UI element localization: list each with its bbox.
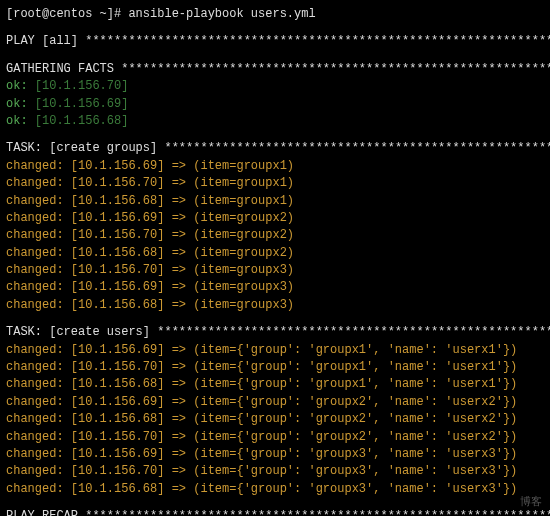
task1-line: changed: [10.1.156.68] => (item=groupx1)	[6, 193, 544, 210]
task2-line: changed: [10.1.156.70] => (item={'group'…	[6, 359, 544, 376]
task1-line: changed: [10.1.156.69] => (item=groupx1)	[6, 158, 544, 175]
task1-line: changed: [10.1.156.68] => (item=groupx3)	[6, 297, 544, 314]
task1-line: changed: [10.1.156.69] => (item=groupx3)	[6, 279, 544, 296]
facts-line: ok: [10.1.156.69]	[6, 96, 544, 113]
facts-line: ok: [10.1.156.68]	[6, 113, 544, 130]
task2-line: changed: [10.1.156.69] => (item={'group'…	[6, 394, 544, 411]
task1-line: changed: [10.1.156.69] => (item=groupx2)	[6, 210, 544, 227]
task2-header: TASK: [create users] *******************…	[6, 324, 544, 341]
task1-line: changed: [10.1.156.70] => (item=groupx2)	[6, 227, 544, 244]
task1-line: changed: [10.1.156.68] => (item=groupx2)	[6, 245, 544, 262]
command-text: ansible-playbook users.yml	[128, 7, 315, 21]
task2-line: changed: [10.1.156.68] => (item={'group'…	[6, 376, 544, 393]
play-header: PLAY [all] *****************************…	[6, 33, 544, 50]
facts-header: GATHERING FACTS ************************…	[6, 61, 544, 78]
task2-block: changed: [10.1.156.69] => (item={'group'…	[6, 342, 544, 499]
task2-line: changed: [10.1.156.68] => (item={'group'…	[6, 411, 544, 428]
task2-line: changed: [10.1.156.68] => (item={'group'…	[6, 481, 544, 498]
task1-line: changed: [10.1.156.70] => (item=groupx1)	[6, 175, 544, 192]
facts-block: ok: [10.1.156.70]ok: [10.1.156.69]ok: [1…	[6, 78, 544, 130]
task2-line: changed: [10.1.156.70] => (item={'group'…	[6, 463, 544, 480]
task1-header: TASK: [create groups] ******************…	[6, 140, 544, 157]
task1-line: changed: [10.1.156.70] => (item=groupx3)	[6, 262, 544, 279]
shell-prompt: [root@centos ~]#	[6, 7, 128, 21]
recap-header: PLAY RECAP *****************************…	[6, 508, 544, 516]
watermark: 博客	[520, 495, 542, 511]
facts-line: ok: [10.1.156.70]	[6, 78, 544, 95]
task2-line: changed: [10.1.156.69] => (item={'group'…	[6, 446, 544, 463]
terminal-output: [root@centos ~]# ansible-playbook users.…	[6, 6, 544, 516]
task2-line: changed: [10.1.156.69] => (item={'group'…	[6, 342, 544, 359]
task1-block: changed: [10.1.156.69] => (item=groupx1)…	[6, 158, 544, 315]
task2-line: changed: [10.1.156.70] => (item={'group'…	[6, 429, 544, 446]
prompt-line: [root@centos ~]# ansible-playbook users.…	[6, 6, 544, 23]
